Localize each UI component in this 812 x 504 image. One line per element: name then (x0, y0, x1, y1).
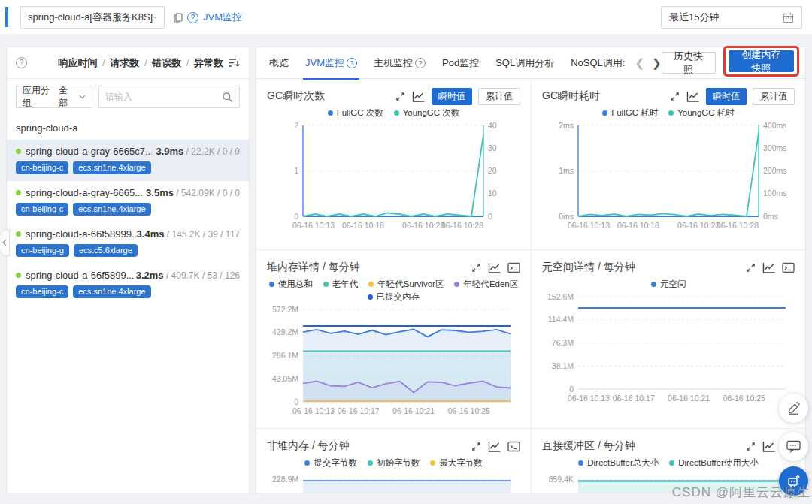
terminal-icon[interactable] (508, 262, 520, 273)
legend-item[interactable]: 年轻代Survivor区 (368, 279, 444, 290)
jvm-monitoring-page: spring-cloud-a[容器服务K8S] ? JVM监控 最近15分钟 ?… (0, 0, 812, 504)
app-list-item[interactable]: spring-cloud-a-66f58999...3.4ms / 145.2K… (7, 222, 249, 264)
metric-label[interactable]: 错误数 (152, 57, 181, 68)
expand-icon[interactable] (745, 262, 756, 273)
svg-text:2: 2 (294, 121, 298, 130)
chart-plot-area[interactable]: 043.05M286.1M429.2M572.2M06-16 10:1306-1… (267, 304, 520, 421)
sidebar-help-icon[interactable]: ? (16, 57, 27, 68)
status-dot (16, 190, 21, 195)
chart-plot-area[interactable]: 038.1M76.3M114.4M152.6M06-16 10:1306-16 … (542, 291, 795, 409)
tab-SQL调用分析[interactable]: SQL调用分析 (487, 47, 562, 79)
legend-item[interactable]: 提交字节数 (304, 457, 357, 469)
sort-icon[interactable] (228, 57, 240, 68)
terminal-icon[interactable] (782, 262, 795, 273)
jvm-monitor-link[interactable]: JVM监控 (203, 11, 242, 24)
chart-plot-gc-time: 0ms1ms2ms0ms100ms200ms300ms400ms06-16 10… (542, 120, 795, 233)
chart-plot-area[interactable]: 0ms1ms2ms0ms100ms200ms300ms400ms06-16 10… (542, 120, 795, 236)
legend-item[interactable]: DirectBuffer总大小 (578, 457, 659, 469)
expand-icon[interactable] (395, 91, 406, 102)
chart-header: 元空间详情 / 每分钟 (542, 258, 795, 277)
app-selector-value: spring-cloud-a[容器服务K8S] (28, 11, 153, 24)
legend-label: 提交字节数 (314, 457, 357, 469)
toggle-瞬时值[interactable]: 瞬时值 (432, 88, 472, 105)
legend-item[interactable]: 初始字节数 (368, 457, 420, 469)
app-name: spring-cloud-a-66f58999... (26, 228, 137, 240)
help-icon[interactable]: ? (187, 12, 198, 23)
legend-label: FullGC 耗时 (611, 107, 658, 119)
top-bar: spring-cloud-a[容器服务K8S] ? JVM监控 最近15分钟 (0, 0, 812, 34)
line-chart-icon[interactable] (686, 91, 700, 102)
legend-label: FullGC 次数 (337, 107, 383, 119)
toggle-累计值[interactable]: 累计值 (478, 88, 520, 105)
chart-plot-area[interactable]: 01201020304006-16 10:1306-16 10:1806-16 … (267, 120, 520, 236)
search-icon[interactable] (222, 92, 233, 103)
legend-item[interactable]: YoungGC 耗时 (668, 107, 735, 119)
search-input[interactable] (105, 92, 222, 102)
expand-icon[interactable] (471, 441, 482, 452)
chart-plot-metaspace: 038.1M76.3M114.4M152.6M06-16 10:1306-16 … (542, 291, 795, 406)
tab-主机监控[interactable]: 主机监控? (365, 47, 434, 79)
legend-item[interactable]: 老年代 (323, 279, 359, 290)
expand-icon[interactable] (745, 441, 756, 452)
tag-pill: cn-beijing-c (16, 161, 68, 174)
status-dot (16, 149, 21, 154)
search-box (98, 86, 240, 108)
legend-dot (394, 110, 399, 116)
terminal-icon[interactable] (508, 441, 520, 452)
tab-JVM监控[interactable]: JVM监控? (297, 47, 365, 79)
tab-scroll-right-icon[interactable]: ❯ (652, 57, 662, 68)
legend-item[interactable]: FullGC 次数 (328, 107, 383, 119)
legend-label: YoungGC 耗时 (677, 107, 735, 119)
create-memory-snapshot-button[interactable]: 创建内存快照 (729, 50, 794, 72)
chart-icons (471, 262, 520, 273)
legend-item[interactable]: FullGC 耗时 (602, 107, 658, 119)
line-chart-icon[interactable] (488, 262, 501, 273)
line-chart-icon[interactable] (762, 262, 776, 273)
sidebar-collapse-handle[interactable] (0, 229, 10, 256)
group-filter-dropdown[interactable]: 应用分组 全部 (16, 86, 92, 108)
metric-separator: / (139, 57, 152, 68)
chevron-down-icon (79, 93, 86, 101)
docs-icon[interactable] (173, 12, 184, 23)
tab-scroll-left-icon[interactable]: ❮ (635, 57, 644, 68)
tab-NoSQL调用:[interactable]: NoSQL调用: (562, 47, 633, 79)
history-snapshot-button[interactable]: 历史快照 (662, 52, 716, 74)
legend-item[interactable]: DirectBuffer使用大小 (669, 457, 759, 469)
svg-text:100ms: 100ms (763, 189, 787, 198)
tab-help-icon[interactable]: ? (415, 58, 426, 68)
chart-card-gc-time: GC瞬时耗时瞬时值累计值FullGC 耗时YoungGC 耗时0ms1ms2ms… (532, 79, 805, 250)
metric-label[interactable]: 异常数 (194, 57, 223, 68)
expand-icon[interactable] (669, 91, 680, 102)
tab-Pod监控[interactable]: Pod监控 (434, 47, 487, 79)
app-list-item[interactable]: spring-cloud-a-gray-6665...3.5ms / 542.0… (7, 181, 249, 222)
metric-label[interactable]: 请求数 (110, 57, 139, 68)
toggle-累计值[interactable]: 累计值 (753, 88, 795, 105)
tab-help-icon[interactable]: ? (347, 58, 357, 68)
edit-fab[interactable] (779, 394, 808, 423)
svg-text:286.1M: 286.1M (272, 351, 298, 360)
legend-item[interactable]: 使用总和 (269, 279, 313, 290)
svg-text:20: 20 (488, 166, 497, 175)
chart-title: GC瞬时耗时 (542, 89, 600, 103)
line-chart-icon[interactable] (412, 91, 426, 102)
legend-item[interactable]: 元空间 (651, 279, 686, 290)
chart-plot-area[interactable]: 228.9M (267, 470, 520, 493)
legend-item[interactable]: 年轻代Eden区 (454, 279, 518, 290)
feedback-fab[interactable] (779, 432, 808, 461)
tab-概览[interactable]: 概览 (261, 47, 297, 79)
app-item-row: spring-cloud-a-gray-6665c7...3.9ms / 22.… (16, 146, 240, 157)
svg-text:06-16 10:18: 06-16 10:18 (342, 221, 384, 230)
legend-item[interactable]: YoungGC 次数 (394, 107, 460, 119)
metric-label[interactable]: 响应时间 (58, 57, 97, 68)
legend-item[interactable]: 最大字节数 (430, 457, 483, 469)
app-list-item[interactable]: spring-cloud-a-66f5899...3.2ms / 409.7K … (7, 264, 249, 305)
expand-icon[interactable] (471, 262, 482, 273)
svg-text:152.6M: 152.6M (547, 292, 574, 301)
time-range-picker[interactable]: 最近15分钟 (661, 6, 802, 29)
line-chart-icon[interactable] (762, 441, 776, 452)
toggle-瞬时值[interactable]: 瞬时值 (706, 88, 747, 105)
app-selector-dropdown[interactable]: spring-cloud-a[容器服务K8S] (20, 6, 165, 29)
line-chart-icon[interactable] (488, 441, 501, 452)
app-list-item[interactable]: spring-cloud-a-gray-6665c7...3.9ms / 22.… (7, 140, 249, 181)
legend-item[interactable]: 已提交内存 (368, 291, 420, 303)
